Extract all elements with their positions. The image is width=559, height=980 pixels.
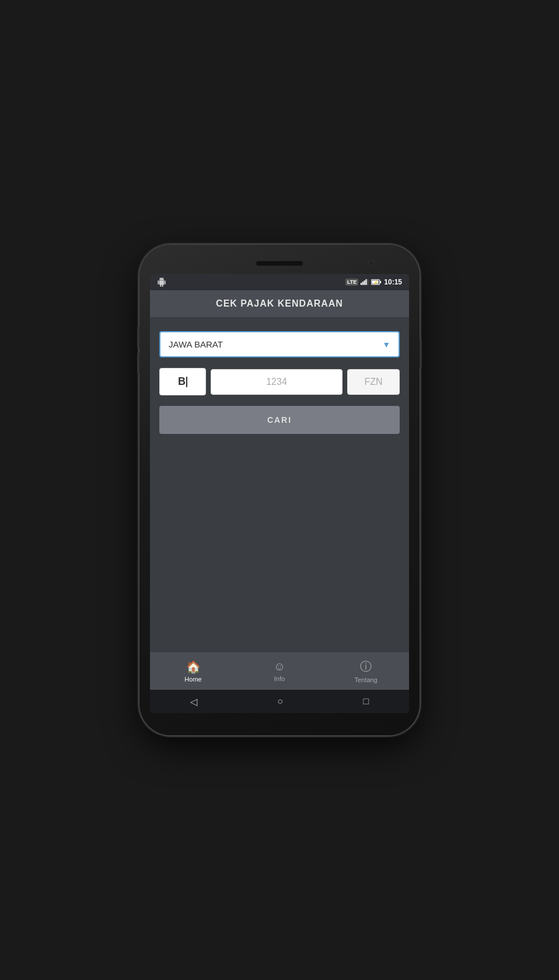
app-bar: CEK PAJAK KENDARAAN bbox=[150, 290, 409, 317]
plate-input-row: B 1234 FZN bbox=[159, 368, 400, 395]
status-bar: LTE ⚡ 10:15 bbox=[150, 274, 409, 290]
recents-button[interactable]: □ bbox=[364, 696, 369, 707]
home-button[interactable]: ○ bbox=[277, 696, 283, 707]
time-display: 10:15 bbox=[384, 278, 402, 286]
android-nav-bar: ◁ ○ □ bbox=[150, 690, 409, 713]
phone-top bbox=[150, 255, 409, 272]
lte-badge: LTE bbox=[345, 279, 358, 286]
nav-label-home: Home bbox=[184, 676, 201, 683]
nav-label-info: Info bbox=[274, 675, 285, 682]
bottom-nav: 🏠 Home ☺ Info ⓘ Tentang bbox=[150, 652, 409, 690]
signal-icon bbox=[361, 279, 369, 286]
svg-rect-0 bbox=[361, 283, 362, 285]
status-left bbox=[157, 277, 166, 287]
nav-item-info[interactable]: ☺ Info bbox=[236, 655, 323, 687]
info-icon: ☺ bbox=[274, 660, 285, 673]
volume-down-button bbox=[137, 353, 139, 374]
phone-device: LTE ⚡ 10:15 bbox=[139, 245, 420, 735]
phone-bottom bbox=[150, 713, 409, 725]
plate-number-placeholder: 1234 bbox=[266, 377, 287, 387]
svg-rect-4 bbox=[367, 279, 368, 285]
main-content: JAWA BARAT ▼ B 1234 FZN CARI bbox=[150, 317, 409, 652]
app-title: CEK PAJAK KENDARAAN bbox=[216, 298, 343, 308]
power-button bbox=[420, 338, 422, 367]
svg-rect-1 bbox=[362, 282, 364, 285]
dropdown-arrow-icon: ▼ bbox=[382, 340, 390, 349]
speaker bbox=[256, 261, 303, 266]
svg-rect-2 bbox=[364, 280, 365, 285]
nav-item-tentang[interactable]: ⓘ Tentang bbox=[323, 654, 409, 688]
svg-rect-3 bbox=[366, 279, 367, 285]
search-button[interactable]: CARI bbox=[159, 406, 400, 434]
province-dropdown[interactable]: JAWA BARAT ▼ bbox=[159, 331, 400, 357]
svg-text:⚡: ⚡ bbox=[373, 280, 379, 285]
text-cursor bbox=[186, 376, 187, 388]
back-button[interactable]: ◁ bbox=[190, 696, 197, 707]
svg-rect-6 bbox=[380, 281, 381, 283]
front-camera bbox=[368, 260, 374, 266]
plate-prefix-field[interactable]: B bbox=[159, 368, 206, 395]
android-icon bbox=[157, 277, 166, 287]
home-icon: 🏠 bbox=[186, 660, 201, 674]
battery-icon: ⚡ bbox=[371, 279, 382, 286]
plate-number-field[interactable]: 1234 bbox=[211, 369, 343, 395]
tentang-icon: ⓘ bbox=[360, 659, 372, 675]
content-spacer bbox=[159, 444, 400, 643]
nav-item-home[interactable]: 🏠 Home bbox=[150, 655, 236, 687]
plate-prefix-value: B bbox=[178, 376, 186, 388]
province-selected-value: JAWA BARAT bbox=[169, 339, 223, 349]
nav-label-tentang: Tentang bbox=[354, 676, 377, 683]
search-button-label: CARI bbox=[267, 415, 292, 425]
plate-suffix-field[interactable]: FZN bbox=[347, 369, 400, 395]
screen: LTE ⚡ 10:15 bbox=[150, 274, 409, 713]
status-right: LTE ⚡ 10:15 bbox=[345, 278, 402, 286]
volume-up-button bbox=[137, 326, 139, 347]
plate-suffix-placeholder: FZN bbox=[364, 377, 382, 387]
